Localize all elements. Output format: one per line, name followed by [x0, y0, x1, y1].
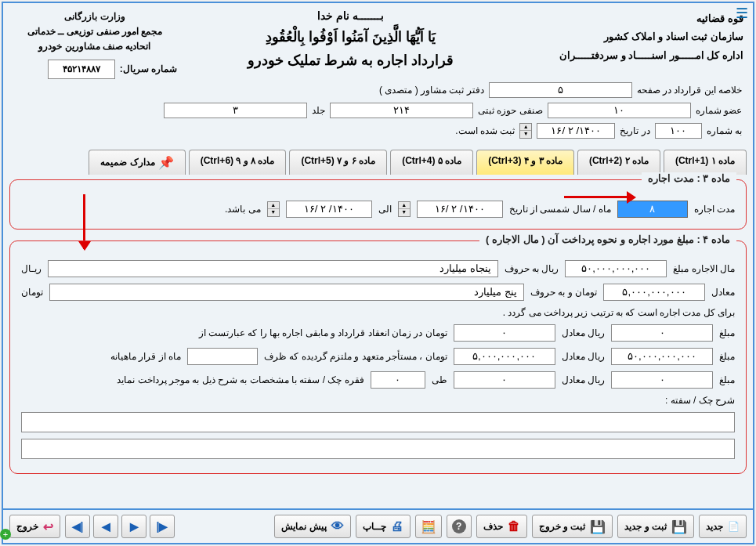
trash-icon: 🗑	[508, 519, 520, 533]
tab-madeh-1[interactable]: ماده ۱ (Ctrl+1)	[664, 150, 747, 175]
r2-equiv-input[interactable]	[454, 348, 555, 365]
r3-count-input[interactable]	[371, 371, 425, 389]
printer-icon: 🖨	[391, 519, 403, 533]
tab-madeh-5[interactable]: ماده ۵ (Ctrl+4)	[390, 150, 473, 175]
menu-icon[interactable]: ☰	[736, 5, 748, 22]
to-date-input[interactable]	[286, 201, 372, 218]
red-arrow-right	[564, 191, 636, 204]
preview-button[interactable]: 👁 پیش نمایش	[274, 515, 350, 538]
cheque-desc-input-2[interactable]	[21, 439, 735, 459]
rial-unit: ریـال	[21, 263, 42, 274]
org-line-1: قوه قضائیه	[524, 9, 743, 27]
print-label: چــاپ	[363, 521, 386, 532]
tab-madeh-8-9[interactable]: ماده ۸ و ۹ (Ctrl+6)	[189, 150, 287, 175]
summary-3b: در تاریخ	[620, 125, 649, 136]
save-new-button[interactable]: 💾 ثبت و جدید	[617, 515, 694, 538]
tab-attachments-label: مدارک ضمیمه	[100, 157, 154, 168]
r2-b: ریال معادل	[562, 351, 605, 362]
eye-icon: 👁	[331, 519, 344, 533]
summary-1b: دفتر ثبت مشاور ( متصدی )	[379, 85, 484, 96]
summary-3c: ثبت شده است.	[455, 125, 515, 136]
cheque-label: شرح چک / سفته :	[665, 395, 735, 406]
new-label: جدید	[706, 521, 723, 532]
quran-verse: یَا اَیُّهَا الَّذِینَ آمَنُوا اَوْفُوا …	[193, 28, 508, 45]
from-date-input[interactable]	[417, 201, 503, 218]
tab-madeh-6-7[interactable]: ماده ۶ و ۷ (Ctrl+5)	[289, 150, 387, 175]
delete-label: حذف	[483, 521, 503, 532]
tab-attachments[interactable]: 📌 مدارک ضمیمه	[89, 150, 185, 175]
r1-c: تومان در زمان انعقاد قرارداد و مابقی اجا…	[199, 327, 447, 338]
exit-button[interactable]: ↩ خروج	[9, 515, 60, 538]
date-spinner[interactable]: ▲▼	[519, 123, 532, 139]
r1-amount-input[interactable]	[611, 324, 713, 342]
r1-equiv-input[interactable]	[454, 324, 555, 342]
r3-b: ریال معادل	[562, 374, 605, 385]
pin-icon: 📌	[158, 155, 174, 170]
ministry-line-3: اتحادیه صنف مشاورین خودرو	[13, 39, 177, 54]
to-label: الی	[378, 204, 392, 215]
r3-c: طی	[432, 374, 447, 385]
section4-title: ماده ۴ : مبلغ مورد اجاره و نحوه پرداخت آ…	[479, 233, 736, 245]
r1-b: ریال معادل	[562, 327, 605, 338]
member-input[interactable]	[548, 103, 691, 118]
nav-first-button[interactable]: ▶|	[150, 515, 175, 538]
duration-label: مدت اجاره	[694, 204, 735, 215]
nav-next-icon: ▶	[130, 520, 139, 533]
org-line-3: اداره کل امـــــور اسنـــــاد و سردفتـــ…	[524, 46, 743, 64]
nav-first-icon: ▶|	[157, 520, 168, 533]
volume-input[interactable]	[164, 103, 307, 118]
r2-d: ماه از قرار ماهیانه	[110, 351, 181, 362]
rial-words-input[interactable]	[48, 260, 498, 277]
summary-2b: صنفی حوزه ثبتی	[478, 105, 543, 116]
exit-label: خروج	[16, 521, 38, 532]
delete-button[interactable]: 🗑 حذف	[476, 515, 527, 538]
calculator-icon: 🧮	[421, 519, 436, 534]
tab-madeh-2[interactable]: ماده ۲ (Ctrl+2)	[577, 150, 660, 175]
floppy-icon: 💾	[671, 519, 687, 534]
equiv-input[interactable]	[603, 284, 705, 301]
rent-input[interactable]	[565, 260, 667, 277]
print-button[interactable]: 🖨 چــاپ	[356, 515, 411, 538]
save-exit-label: ثبت و خروج	[539, 521, 586, 532]
r2-amount-input[interactable]	[611, 348, 713, 365]
zone-input[interactable]	[330, 103, 473, 118]
question-icon: ?	[452, 519, 466, 533]
reg-date-input[interactable]	[537, 123, 615, 139]
new-button[interactable]: 📄 جدید	[699, 515, 747, 538]
r3-amount-input[interactable]	[611, 371, 713, 389]
exit-icon: ↩	[43, 519, 53, 534]
save-new-label: ثبت و جدید	[624, 521, 667, 532]
number-input[interactable]	[655, 123, 702, 139]
r3-d: فقره چک / سفته با مشخصات به شرح ذیل به م…	[117, 374, 364, 385]
end-label: می باشد.	[225, 204, 261, 215]
cheque-desc-input[interactable]	[21, 412, 735, 432]
summary-1a: خلاصه این قرارداد در صفحه	[637, 85, 742, 96]
section3-title: ماده ۳ : مدت اجاره	[642, 172, 736, 184]
note-line: برای کل مدت اجاره است که به ترتیب زیر پر…	[503, 307, 735, 318]
document-icon: 📄	[728, 521, 740, 532]
r3-a: مبلغ	[719, 374, 735, 385]
toman-words-input[interactable]	[49, 284, 524, 301]
save-exit-button[interactable]: 💾 ثبت و خروج	[532, 515, 613, 538]
nav-last-button[interactable]: |◀	[65, 515, 90, 538]
help-button[interactable]: ?	[447, 515, 472, 538]
to-date-spinner[interactable]: ▲▼	[267, 201, 280, 217]
rial-words-label: ریال به حروف	[505, 263, 559, 274]
summary-2a: عضو شماره	[696, 105, 742, 116]
bismillah: بـــــــه نام خدا	[193, 9, 508, 22]
rent-label: مال الاجاره مبلغ	[673, 263, 735, 274]
tab-madeh-3-4[interactable]: ماده ۳ و ۴ (Ctrl+3)	[476, 150, 574, 175]
from-date-spinner[interactable]: ▲▼	[398, 201, 411, 217]
r3-equiv-input[interactable]	[454, 371, 555, 389]
ministry-line-1: وزارت بازرگانی	[13, 9, 177, 24]
ministry-line-2: مجمع امور صنفی توزیعی ــ خدماتی	[13, 24, 177, 39]
r2-months-input[interactable]	[187, 348, 258, 365]
summary-3a: به شماره	[707, 125, 742, 136]
nav-prev-button[interactable]: ◀	[93, 515, 118, 538]
equiv-label: معادل	[711, 287, 735, 298]
unit-label: ماه / سال شمسی از تاریخ	[509, 204, 611, 215]
add-icon[interactable]: +	[0, 529, 11, 540]
nav-next-button[interactable]: ▶	[121, 515, 146, 538]
page-input[interactable]	[489, 82, 632, 98]
calculator-button[interactable]: 🧮	[415, 515, 442, 538]
